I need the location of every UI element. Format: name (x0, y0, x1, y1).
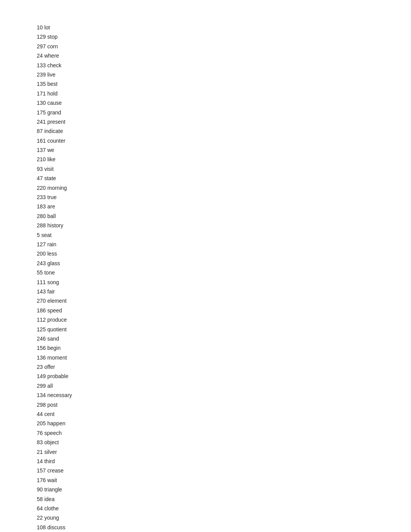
item-word: cause (46, 100, 62, 106)
item-word: offer (43, 364, 55, 370)
item-number: 44 (37, 411, 43, 417)
item-number: 76 (37, 430, 43, 436)
list-item: 210 like (37, 155, 411, 164)
item-number: 143 (37, 288, 46, 295)
list-item: 5 seat (37, 231, 411, 239)
item-number: 157 (37, 467, 46, 474)
list-item: 87 indicate (37, 127, 411, 135)
item-word: necessary (46, 392, 72, 398)
list-item: 186 speed (37, 306, 411, 315)
list-item: 90 triangle (37, 485, 411, 494)
list-item: 298 post (37, 401, 411, 409)
item-number: 288 (37, 222, 46, 228)
item-word: counter (46, 138, 65, 144)
item-word: best (46, 81, 57, 87)
item-word: ball (46, 213, 56, 219)
item-word: object (43, 439, 59, 445)
item-word: history (46, 222, 63, 228)
list-item: 239 live (37, 70, 411, 79)
list-item: 233 true (37, 193, 411, 201)
list-item: 44 cent (37, 410, 411, 418)
item-word: silver (43, 449, 57, 455)
item-number: 175 (37, 109, 46, 116)
item-word: morning (46, 185, 67, 191)
list-item: 149 probable (37, 372, 411, 380)
list-item: 76 speech (37, 429, 411, 437)
word-list: 10 lot129 stop297 corn24 where133 check2… (37, 23, 411, 532)
list-item: 21 silver (37, 448, 411, 456)
list-item: 288 history (37, 221, 411, 230)
list-item: 156 begin (37, 344, 411, 352)
item-number: 10 (37, 24, 43, 31)
list-item: 55 tone (37, 268, 411, 277)
item-word: like (46, 156, 55, 162)
item-number: 133 (37, 62, 46, 68)
item-number: 243 (37, 260, 46, 266)
item-number: 47 (37, 175, 43, 181)
item-number: 93 (37, 166, 43, 172)
item-number: 156 (37, 345, 46, 351)
list-item: 10 lot (37, 23, 411, 32)
item-word: are (46, 203, 55, 210)
item-number: 5 (37, 232, 40, 238)
item-word: visit (43, 166, 54, 172)
list-item: 136 moment (37, 353, 411, 362)
item-word: quotient (46, 326, 67, 332)
list-item: 129 stop (37, 32, 411, 41)
list-item: 130 cause (37, 99, 411, 107)
item-word: present (46, 119, 65, 125)
item-number: 200 (37, 251, 46, 257)
item-number: 55 (37, 269, 43, 276)
item-number: 280 (37, 213, 46, 219)
list-item: 112 produce (37, 315, 411, 324)
item-number: 210 (37, 156, 46, 162)
item-number: 241 (37, 119, 46, 125)
item-word: indicate (43, 128, 63, 134)
item-word: where (43, 53, 59, 59)
item-number: 161 (37, 138, 46, 144)
list-item: 157 crease (37, 466, 411, 475)
item-word: glass (46, 260, 60, 266)
item-number: 129 (37, 34, 46, 40)
item-word: seat (40, 232, 51, 238)
list-item: 200 less (37, 249, 411, 258)
item-number: 233 (37, 194, 46, 200)
item-word: true (46, 194, 57, 200)
item-word: tone (43, 269, 55, 276)
item-number: 125 (37, 326, 46, 332)
item-number: 135 (37, 81, 46, 87)
item-word: clothe (43, 505, 59, 512)
item-number: 130 (37, 100, 46, 106)
item-word: grand (46, 109, 61, 116)
list-item: 171 hold (37, 89, 411, 98)
list-item: 83 object (37, 438, 411, 447)
list-item: 270 element (37, 297, 411, 305)
item-word: check (46, 62, 61, 68)
item-word: crease (46, 467, 63, 474)
item-number: 90 (37, 486, 43, 493)
item-number: 21 (37, 449, 43, 455)
item-word: triangle (43, 486, 62, 493)
item-number: 24 (37, 53, 43, 59)
item-word: moment (46, 355, 67, 361)
item-word: rain (46, 241, 56, 247)
list-item: 108 discuss (37, 523, 411, 532)
item-number: 136 (37, 355, 46, 361)
item-word: live (46, 72, 55, 78)
item-word: cent (43, 411, 55, 417)
list-item: 175 grand (37, 108, 411, 117)
item-word: fair (46, 288, 55, 295)
list-item: 111 song (37, 278, 411, 286)
item-number: 176 (37, 477, 46, 483)
list-item: 24 where (37, 51, 411, 60)
list-item: 58 idea (37, 495, 411, 503)
list-item: 161 counter (37, 136, 411, 145)
item-number: 64 (37, 505, 43, 512)
list-item: 243 glass (37, 259, 411, 268)
item-number: 220 (37, 185, 46, 191)
list-item: 127 rain (37, 240, 411, 249)
list-item: 47 state (37, 174, 411, 182)
list-item: 297 corn (37, 42, 411, 51)
list-item: 134 necessary (37, 391, 411, 399)
list-item: 143 fair (37, 287, 411, 296)
